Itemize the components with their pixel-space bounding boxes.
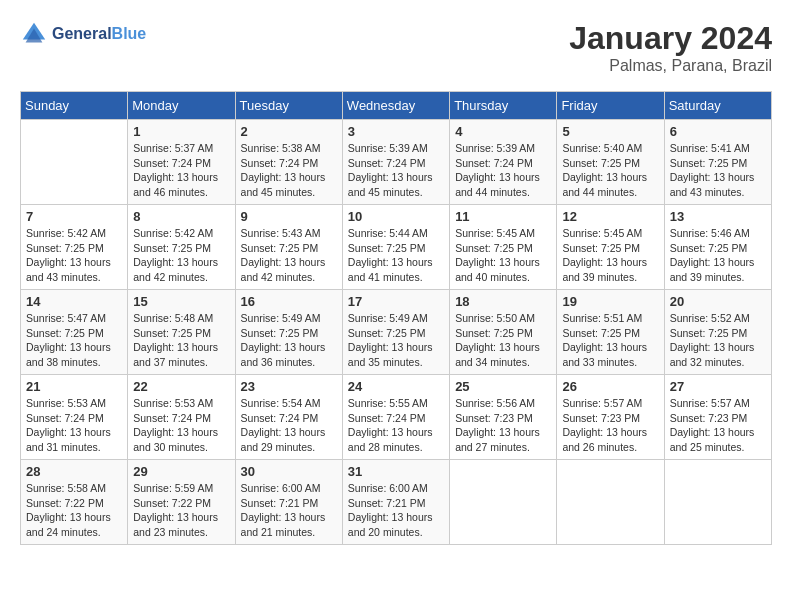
day-info: Sunrise: 5:51 AM Sunset: 7:25 PM Dayligh… (562, 311, 658, 370)
day-number: 5 (562, 124, 658, 139)
day-info: Sunrise: 5:59 AM Sunset: 7:22 PM Dayligh… (133, 481, 229, 540)
logo-text: GeneralBlue (52, 25, 146, 43)
calendar-table: Sunday Monday Tuesday Wednesday Thursday… (20, 91, 772, 545)
col-monday: Monday (128, 92, 235, 120)
col-friday: Friday (557, 92, 664, 120)
calendar-cell: 28Sunrise: 5:58 AM Sunset: 7:22 PM Dayli… (21, 460, 128, 545)
header-row: Sunday Monday Tuesday Wednesday Thursday… (21, 92, 772, 120)
calendar-cell: 20Sunrise: 5:52 AM Sunset: 7:25 PM Dayli… (664, 290, 771, 375)
day-number: 8 (133, 209, 229, 224)
calendar-cell (21, 120, 128, 205)
day-info: Sunrise: 5:42 AM Sunset: 7:25 PM Dayligh… (133, 226, 229, 285)
day-number: 24 (348, 379, 444, 394)
logo: GeneralBlue (20, 20, 146, 48)
day-info: Sunrise: 5:39 AM Sunset: 7:24 PM Dayligh… (348, 141, 444, 200)
day-number: 28 (26, 464, 122, 479)
calendar-cell: 30Sunrise: 6:00 AM Sunset: 7:21 PM Dayli… (235, 460, 342, 545)
day-info: Sunrise: 5:50 AM Sunset: 7:25 PM Dayligh… (455, 311, 551, 370)
calendar-cell: 29Sunrise: 5:59 AM Sunset: 7:22 PM Dayli… (128, 460, 235, 545)
day-number: 31 (348, 464, 444, 479)
calendar-cell: 21Sunrise: 5:53 AM Sunset: 7:24 PM Dayli… (21, 375, 128, 460)
calendar-cell: 23Sunrise: 5:54 AM Sunset: 7:24 PM Dayli… (235, 375, 342, 460)
day-number: 13 (670, 209, 766, 224)
col-saturday: Saturday (664, 92, 771, 120)
calendar-cell: 3Sunrise: 5:39 AM Sunset: 7:24 PM Daylig… (342, 120, 449, 205)
calendar-cell (557, 460, 664, 545)
calendar-cell: 31Sunrise: 6:00 AM Sunset: 7:21 PM Dayli… (342, 460, 449, 545)
calendar-cell: 11Sunrise: 5:45 AM Sunset: 7:25 PM Dayli… (450, 205, 557, 290)
day-number: 23 (241, 379, 337, 394)
calendar-cell: 14Sunrise: 5:47 AM Sunset: 7:25 PM Dayli… (21, 290, 128, 375)
calendar-cell: 13Sunrise: 5:46 AM Sunset: 7:25 PM Dayli… (664, 205, 771, 290)
calendar-cell: 6Sunrise: 5:41 AM Sunset: 7:25 PM Daylig… (664, 120, 771, 205)
day-info: Sunrise: 5:45 AM Sunset: 7:25 PM Dayligh… (562, 226, 658, 285)
day-number: 6 (670, 124, 766, 139)
day-number: 15 (133, 294, 229, 309)
calendar-subtitle: Palmas, Parana, Brazil (569, 57, 772, 75)
col-sunday: Sunday (21, 92, 128, 120)
calendar-week-2: 7Sunrise: 5:42 AM Sunset: 7:25 PM Daylig… (21, 205, 772, 290)
calendar-week-5: 28Sunrise: 5:58 AM Sunset: 7:22 PM Dayli… (21, 460, 772, 545)
calendar-cell: 4Sunrise: 5:39 AM Sunset: 7:24 PM Daylig… (450, 120, 557, 205)
day-number: 21 (26, 379, 122, 394)
day-number: 4 (455, 124, 551, 139)
calendar-cell: 12Sunrise: 5:45 AM Sunset: 7:25 PM Dayli… (557, 205, 664, 290)
day-number: 30 (241, 464, 337, 479)
day-info: Sunrise: 5:57 AM Sunset: 7:23 PM Dayligh… (670, 396, 766, 455)
day-number: 12 (562, 209, 658, 224)
day-info: Sunrise: 6:00 AM Sunset: 7:21 PM Dayligh… (241, 481, 337, 540)
day-number: 22 (133, 379, 229, 394)
calendar-cell: 8Sunrise: 5:42 AM Sunset: 7:25 PM Daylig… (128, 205, 235, 290)
calendar-cell (450, 460, 557, 545)
calendar-cell: 17Sunrise: 5:49 AM Sunset: 7:25 PM Dayli… (342, 290, 449, 375)
day-info: Sunrise: 5:43 AM Sunset: 7:25 PM Dayligh… (241, 226, 337, 285)
day-number: 16 (241, 294, 337, 309)
day-info: Sunrise: 5:44 AM Sunset: 7:25 PM Dayligh… (348, 226, 444, 285)
day-info: Sunrise: 5:41 AM Sunset: 7:25 PM Dayligh… (670, 141, 766, 200)
calendar-cell: 9Sunrise: 5:43 AM Sunset: 7:25 PM Daylig… (235, 205, 342, 290)
col-wednesday: Wednesday (342, 92, 449, 120)
day-info: Sunrise: 5:52 AM Sunset: 7:25 PM Dayligh… (670, 311, 766, 370)
calendar-cell: 19Sunrise: 5:51 AM Sunset: 7:25 PM Dayli… (557, 290, 664, 375)
day-number: 9 (241, 209, 337, 224)
title-section: January 2024 Palmas, Parana, Brazil (569, 20, 772, 75)
calendar-week-3: 14Sunrise: 5:47 AM Sunset: 7:25 PM Dayli… (21, 290, 772, 375)
day-info: Sunrise: 5:39 AM Sunset: 7:24 PM Dayligh… (455, 141, 551, 200)
day-number: 10 (348, 209, 444, 224)
calendar-cell: 10Sunrise: 5:44 AM Sunset: 7:25 PM Dayli… (342, 205, 449, 290)
calendar-week-4: 21Sunrise: 5:53 AM Sunset: 7:24 PM Dayli… (21, 375, 772, 460)
day-number: 25 (455, 379, 551, 394)
day-number: 14 (26, 294, 122, 309)
day-info: Sunrise: 5:58 AM Sunset: 7:22 PM Dayligh… (26, 481, 122, 540)
day-number: 26 (562, 379, 658, 394)
day-number: 17 (348, 294, 444, 309)
day-info: Sunrise: 5:40 AM Sunset: 7:25 PM Dayligh… (562, 141, 658, 200)
calendar-cell: 18Sunrise: 5:50 AM Sunset: 7:25 PM Dayli… (450, 290, 557, 375)
calendar-cell: 7Sunrise: 5:42 AM Sunset: 7:25 PM Daylig… (21, 205, 128, 290)
col-tuesday: Tuesday (235, 92, 342, 120)
calendar-cell: 24Sunrise: 5:55 AM Sunset: 7:24 PM Dayli… (342, 375, 449, 460)
day-number: 7 (26, 209, 122, 224)
day-number: 19 (562, 294, 658, 309)
day-number: 3 (348, 124, 444, 139)
col-thursday: Thursday (450, 92, 557, 120)
day-info: Sunrise: 5:57 AM Sunset: 7:23 PM Dayligh… (562, 396, 658, 455)
day-info: Sunrise: 5:54 AM Sunset: 7:24 PM Dayligh… (241, 396, 337, 455)
calendar-cell: 15Sunrise: 5:48 AM Sunset: 7:25 PM Dayli… (128, 290, 235, 375)
day-info: Sunrise: 5:49 AM Sunset: 7:25 PM Dayligh… (241, 311, 337, 370)
calendar-cell: 16Sunrise: 5:49 AM Sunset: 7:25 PM Dayli… (235, 290, 342, 375)
day-info: Sunrise: 5:53 AM Sunset: 7:24 PM Dayligh… (133, 396, 229, 455)
day-info: Sunrise: 5:48 AM Sunset: 7:25 PM Dayligh… (133, 311, 229, 370)
calendar-cell: 26Sunrise: 5:57 AM Sunset: 7:23 PM Dayli… (557, 375, 664, 460)
calendar-week-1: 1Sunrise: 5:37 AM Sunset: 7:24 PM Daylig… (21, 120, 772, 205)
calendar-cell: 1Sunrise: 5:37 AM Sunset: 7:24 PM Daylig… (128, 120, 235, 205)
day-info: Sunrise: 5:38 AM Sunset: 7:24 PM Dayligh… (241, 141, 337, 200)
day-info: Sunrise: 5:56 AM Sunset: 7:23 PM Dayligh… (455, 396, 551, 455)
calendar-title: January 2024 (569, 20, 772, 57)
day-info: Sunrise: 6:00 AM Sunset: 7:21 PM Dayligh… (348, 481, 444, 540)
day-info: Sunrise: 5:46 AM Sunset: 7:25 PM Dayligh… (670, 226, 766, 285)
calendar-cell: 25Sunrise: 5:56 AM Sunset: 7:23 PM Dayli… (450, 375, 557, 460)
day-number: 1 (133, 124, 229, 139)
day-number: 11 (455, 209, 551, 224)
calendar-cell (664, 460, 771, 545)
